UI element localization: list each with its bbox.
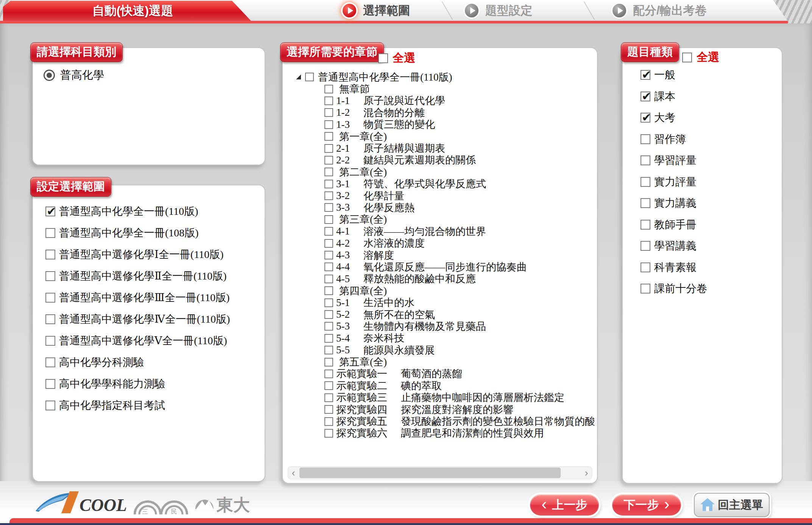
checkbox-icon[interactable] — [324, 275, 333, 283]
checkbox-icon[interactable] — [45, 207, 55, 216]
home-menu-button[interactable]: 回主選單 — [694, 493, 770, 517]
radio-selected-icon[interactable] — [44, 70, 55, 81]
checkbox-icon[interactable] — [324, 191, 333, 200]
tree-node-row[interactable]: 3-2 化學計量 — [283, 190, 595, 202]
scope-item-row[interactable]: 高中化學學科能力測驗 — [33, 373, 265, 395]
tree-node-row[interactable]: 第二章(全) — [283, 166, 595, 178]
checkbox-icon[interactable] — [45, 336, 55, 346]
tree-node-row[interactable]: 3-1 符號、化學式與化學反應式 — [283, 178, 595, 190]
question-type-row[interactable]: 習作簿 — [623, 129, 782, 150]
scroll-left-icon[interactable]: ‹ — [288, 467, 299, 479]
checkbox-icon[interactable] — [324, 108, 333, 117]
scope-item-row[interactable]: 普通型高中選修化學Ⅱ全一冊(110版) — [33, 265, 265, 287]
checkbox-icon[interactable] — [641, 177, 650, 187]
chapter-select-all[interactable]: 全選 — [378, 50, 415, 66]
checkbox-icon[interactable] — [641, 262, 650, 272]
checkbox-icon[interactable] — [641, 92, 650, 101]
checkbox-icon[interactable] — [324, 381, 333, 390]
scope-item-row[interactable]: 普通型高中化學全一冊(110版) — [33, 200, 265, 222]
scope-item-row[interactable]: 普通型高中選修化學Ⅳ全一冊(110版) — [33, 308, 265, 330]
checkbox-icon[interactable] — [324, 346, 333, 354]
checkbox-icon[interactable] — [45, 357, 55, 367]
checkbox-icon[interactable] — [324, 227, 333, 236]
question-type-row[interactable]: 實力講義 — [623, 193, 782, 214]
checkbox-icon[interactable] — [324, 262, 333, 271]
checkbox-icon[interactable] — [324, 144, 333, 153]
tree-expanded-icon[interactable] — [296, 75, 301, 79]
question-type-row[interactable]: 大考 — [623, 107, 782, 129]
checkbox-icon[interactable] — [641, 134, 650, 144]
scrollbar-thumb[interactable] — [299, 468, 561, 478]
checkbox-icon[interactable] — [324, 405, 333, 414]
question-type-select-all[interactable]: 全選 — [682, 50, 719, 65]
checkbox-icon[interactable] — [324, 156, 333, 165]
scope-item-row[interactable]: 高中化學指定科目考試 — [33, 395, 265, 416]
checkbox-icon[interactable] — [324, 393, 333, 402]
tree-node-row[interactable]: 1-1 原子說與近代化學 — [283, 95, 595, 107]
checkbox-icon[interactable] — [641, 241, 650, 251]
tree-node-row[interactable]: 第五章(全) — [283, 356, 595, 368]
scroll-right-icon[interactable]: › — [581, 467, 592, 479]
checkbox-icon[interactable] — [324, 168, 333, 176]
checkbox-icon[interactable] — [641, 220, 650, 230]
checkbox-icon[interactable] — [324, 203, 333, 212]
chapter-horizontal-scrollbar[interactable]: ‹ › — [288, 466, 592, 479]
checkbox-icon[interactable] — [641, 70, 650, 80]
checkbox-icon[interactable] — [641, 198, 650, 208]
tree-node-row[interactable]: 2-1 原子結構與週期表 — [283, 142, 595, 154]
tree-node-row[interactable]: 探究實驗四 探究溫度對溶解度的影響 — [283, 404, 595, 415]
checkbox-icon[interactable] — [324, 120, 333, 129]
question-type-row[interactable]: 學習講義 — [623, 235, 782, 257]
question-type-row[interactable]: 課本 — [623, 86, 782, 107]
tree-node-row[interactable]: 示範實驗一 葡萄酒的蒸餾 — [283, 368, 595, 380]
prev-step-button[interactable]: ‹ 上一步 — [530, 494, 599, 516]
tree-root-row[interactable]: 普通型高中化學全一冊(110版) — [283, 71, 595, 83]
scope-item-row[interactable]: 普通型高中選修化學Ⅲ全一冊(110版) — [33, 287, 265, 308]
tree-node-row[interactable]: 5-4 奈米科技 — [283, 332, 595, 344]
tree-node-row[interactable]: 無章節 — [283, 83, 595, 95]
checkbox-icon[interactable] — [45, 293, 55, 303]
scope-item-row[interactable]: 普通型高中選修化學Ⅴ全一冊(110版) — [33, 330, 265, 351]
tab-question-type-setting[interactable]: 題型設定 — [465, 0, 532, 21]
scope-item-row[interactable]: 高中化學分科測驗 — [33, 351, 265, 373]
question-type-row[interactable]: 教師手冊 — [623, 214, 782, 236]
tree-node-row[interactable]: 示範實驗二 碘的萃取 — [283, 380, 595, 391]
checkbox-icon[interactable] — [324, 132, 333, 141]
tree-node-row[interactable]: 第四章(全) — [283, 285, 595, 297]
checkbox-icon[interactable] — [324, 310, 333, 319]
checkbox-icon[interactable] — [324, 334, 333, 343]
checkbox-icon[interactable] — [324, 417, 333, 426]
checkbox-icon[interactable] — [305, 73, 314, 81]
tree-node-row[interactable]: 5-3 生物體內有機物及常見藥品 — [283, 320, 595, 332]
tree-node-row[interactable]: 3-3 化學反應熱 — [283, 202, 595, 213]
tree-node-row[interactable]: 探究實驗六 調查肥皂和清潔劑的性質與效用 — [283, 427, 595, 439]
tree-node-row[interactable]: 4-3 溶解度 — [283, 249, 595, 261]
checkbox-icon[interactable] — [378, 53, 388, 63]
checkbox-icon[interactable] — [324, 180, 333, 188]
checkbox-icon[interactable] — [324, 251, 333, 259]
checkbox-icon[interactable] — [45, 379, 55, 389]
question-type-row[interactable]: 課前十分卷 — [623, 278, 782, 300]
checkbox-icon[interactable] — [324, 298, 333, 307]
scope-item-row[interactable]: 普通型高中化學全一冊(108版) — [33, 222, 265, 244]
tree-node-row[interactable]: 第三章(全) — [283, 214, 595, 225]
checkbox-icon[interactable] — [324, 215, 333, 224]
checkbox-icon[interactable] — [641, 113, 650, 123]
tree-node-row[interactable]: 2-2 鍵結與元素週期表的關係 — [283, 154, 595, 166]
subject-option-row[interactable]: 普高化學 — [33, 68, 265, 83]
next-step-button[interactable]: 下一步 › — [612, 494, 681, 516]
checkbox-icon[interactable] — [641, 155, 650, 165]
tree-node-row[interactable]: 4-4 氧化還原反應——同步進行的協奏曲 — [283, 261, 595, 273]
checkbox-icon[interactable] — [324, 96, 333, 105]
tree-node-row[interactable]: 5-1 生活中的水 — [283, 297, 595, 308]
checkbox-icon[interactable] — [324, 239, 333, 248]
tree-node-row[interactable]: 探究實驗五 發現酸鹼指示劑的變色並檢驗日常物質的酸鹼性 — [283, 415, 595, 427]
tab-auto-quick-select[interactable]: 自動(快速)選題 — [3, 1, 251, 21]
tree-node-row[interactable]: 4-1 溶液——均勻混合物的世界 — [283, 225, 595, 237]
tree-node-row[interactable]: 1-2 混合物的分離 — [283, 107, 595, 118]
tree-node-row[interactable]: 5-2 無所不在的空氣 — [283, 309, 595, 320]
tab-score-output[interactable]: 配分/輸出考卷 — [613, 0, 707, 21]
tree-node-row[interactable]: 4-5 釋放熱能的酸鹼中和反應 — [283, 273, 595, 285]
checkbox-icon[interactable] — [324, 322, 333, 331]
checkbox-icon[interactable] — [45, 314, 55, 324]
